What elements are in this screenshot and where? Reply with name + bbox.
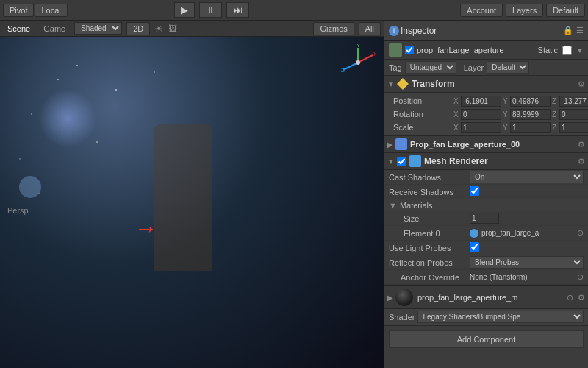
size-input[interactable] (470, 213, 499, 224)
reflection-probes-value: Blend Probes (470, 256, 584, 269)
layer-label: Layer (464, 63, 484, 72)
y-letter: Y (503, 97, 510, 105)
materials-label: Materials (400, 201, 433, 210)
scale-x-input[interactable] (461, 122, 501, 133)
rotation-y-input[interactable] (510, 109, 551, 120)
rotation-z-field: Z (552, 109, 588, 120)
layer-select[interactable]: Default (487, 61, 529, 74)
position-x-input[interactable] (461, 96, 501, 107)
inspector-header: i Inspector 🔒 ☰ (384, 21, 588, 41)
pivot-button[interactable]: Pivot (3, 4, 34, 17)
scene-viewport[interactable]: → Persp X Y Z (0, 37, 384, 368)
game-tab[interactable]: Game (39, 23, 70, 35)
receive-shadows-label: Receive Shadows (389, 188, 470, 197)
anchor-override-row: Anchor Override None (Transform) ⊙ (384, 270, 588, 285)
image-icon[interactable]: 🖼 (168, 24, 177, 34)
svg-text:Y: Y (356, 44, 361, 49)
step-button[interactable]: ⏭ (226, 2, 249, 18)
inspector-title: Inspector (401, 26, 563, 36)
right-toolbar: Account Layers Default (460, 4, 585, 17)
position-y-input[interactable] (510, 96, 551, 107)
materials-arrow: ▼ (389, 201, 397, 210)
transform-title: Transform (412, 79, 578, 89)
mesh-renderer-settings-icon[interactable]: ⚙ (578, 157, 585, 166)
object-row: prop_fanLarge_aperture_ Static ▼ (384, 41, 588, 60)
shader-select[interactable]: Legacy Shaders/Bumped Spe (417, 311, 584, 323)
transform-section-header[interactable]: ▼ Transform ⚙ (384, 76, 588, 93)
gizmos-button[interactable]: Gizmos (313, 22, 354, 35)
default-layout-button[interactable]: Default (546, 4, 585, 17)
mesh-renderer-icon (409, 155, 421, 167)
inspector-panel: i Inspector 🔒 ☰ prop_fanLarge_aperture_ … (384, 21, 588, 368)
object-icon (389, 43, 402, 57)
mesh-renderer-checkbox[interactable] (397, 157, 406, 166)
sun-icon[interactable]: ☀ (154, 23, 164, 35)
tag-select[interactable]: Untagged (405, 61, 456, 74)
2d-button[interactable]: 2D (126, 22, 150, 35)
materials-row[interactable]: ▼ Materials (384, 199, 588, 211)
axis-gizmo[interactable]: X Y Z (340, 44, 376, 81)
inspector-content: prop_fanLarge_aperture_ Static ▼ Tag Unt… (384, 41, 588, 368)
sy-letter: Y (503, 124, 510, 132)
use-light-probes-value (470, 242, 584, 253)
lock-icon[interactable]: 🔒 (563, 26, 573, 35)
account-button[interactable]: Account (460, 4, 503, 17)
transform-settings-icon[interactable]: ⚙ (578, 79, 585, 89)
receive-shadows-checkbox[interactable] (470, 186, 479, 196)
add-component-row: Add Component (384, 325, 588, 353)
scene-tab[interactable]: Scene (3, 23, 35, 35)
red-arrow-icon: → (134, 214, 157, 241)
reflection-probes-label: Reflection Probes (389, 258, 470, 267)
inspector-menu-icon[interactable]: ☰ (576, 26, 584, 35)
use-light-probes-checkbox[interactable] (470, 242, 479, 252)
all-button[interactable]: All (359, 22, 381, 35)
static-checkbox[interactable] (562, 46, 572, 55)
transform-collapse-arrow: ▼ (387, 80, 395, 88)
static-dropdown-arrow[interactable]: ▼ (576, 46, 584, 54)
svg-line-0 (358, 55, 373, 63)
material-settings-icon[interactable]: ⚙ (578, 293, 585, 302)
position-z-input[interactable] (559, 96, 588, 107)
transform-icon (397, 78, 409, 90)
scene-toolbar: Scene Game Shaded 2D ☀ 🖼 Gizmos All (0, 21, 384, 37)
prop-fan-section-header[interactable]: ▶ Prop_fan Large_aperture_00 ⚙ (384, 135, 588, 153)
prop-fan-title: Prop_fan Large_aperture_00 (410, 140, 578, 149)
position-y-field: Y (503, 96, 551, 107)
rotation-x-input[interactable] (461, 109, 501, 120)
rotation-z-input[interactable] (559, 109, 588, 120)
object-active-checkbox[interactable] (405, 46, 414, 54)
play-button[interactable]: ▶ (174, 2, 195, 18)
size-value (470, 213, 584, 224)
tag-layer-row: Tag Untagged Layer Default (384, 60, 588, 76)
add-component-button[interactable]: Add Component (389, 330, 584, 348)
prop-fan-buttons: ⚙ (578, 140, 585, 149)
layers-button[interactable]: Layers (506, 4, 543, 17)
prop-fan-settings-icon[interactable]: ⚙ (578, 140, 585, 149)
material-select-icon[interactable]: ⊙ (567, 293, 573, 302)
pause-button[interactable]: ⏸ (199, 2, 222, 18)
mesh-renderer-section-header[interactable]: ▼ Mesh Renderer ⚙ (384, 153, 588, 170)
cast-shadows-select[interactable]: On (470, 171, 584, 183)
reflection-probes-select[interactable]: Blend Probes (470, 256, 584, 269)
scale-row: Scale X Y Z (384, 121, 588, 134)
ry-letter: Y (503, 110, 510, 118)
anchor-override-value: None (Transform) ⊙ (470, 272, 584, 282)
scale-y-input[interactable] (510, 122, 551, 133)
sz-letter: Z (552, 124, 559, 132)
reflection-probes-row: Reflection Probes Blend Probes (384, 255, 588, 270)
scale-z-input[interactable] (559, 122, 588, 133)
shader-label: Shader (389, 313, 415, 322)
local-button[interactable]: Local (35, 4, 67, 17)
pivot-local-group: Pivot Local (3, 4, 68, 17)
anchor-override-select-icon[interactable]: ⊙ (577, 272, 584, 282)
inspector-info-icon: i (389, 26, 399, 36)
element0-value: prop_fan_large_a ⊙ (470, 228, 584, 238)
svg-point-3 (356, 60, 360, 65)
rx-letter: X (453, 110, 461, 118)
mesh-renderer-buttons: ⚙ (578, 157, 585, 166)
svg-line-2 (343, 63, 358, 70)
shading-dropdown[interactable]: Shaded (74, 22, 122, 35)
scale-y-field: Y (503, 122, 551, 133)
element0-select-icon[interactable]: ⊙ (577, 228, 584, 238)
material-section-header[interactable]: ▶ prop_fan_large_aperture_m ⊙ ⚙ (384, 285, 588, 309)
